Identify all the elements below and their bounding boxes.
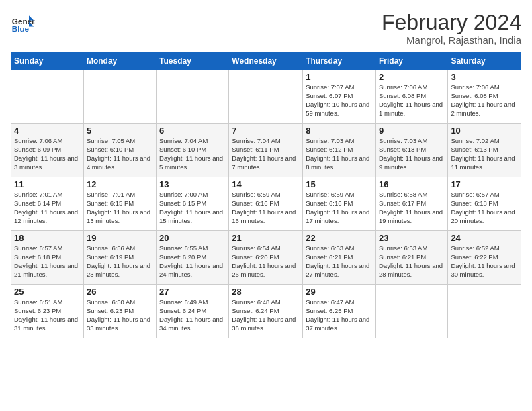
day-info: Sunrise: 6:59 AM Sunset: 6:16 PM Dayligh…	[232, 191, 300, 225]
day-info: Sunrise: 6:52 AM Sunset: 6:22 PM Dayligh…	[451, 244, 518, 279]
day-cell: 27Sunrise: 6:49 AM Sunset: 6:24 PM Dayli…	[157, 285, 229, 338]
day-number: 9	[379, 126, 445, 136]
day-number: 1	[306, 72, 373, 82]
subtitle: Mangrol, Rajasthan, India	[382, 34, 521, 46]
day-number: 21	[232, 233, 300, 243]
page: General Blue February 2024 Mangrol, Raja…	[0, 0, 532, 344]
day-info: Sunrise: 6:59 AM Sunset: 6:16 PM Dayligh…	[306, 191, 373, 225]
day-cell: 16Sunrise: 6:58 AM Sunset: 6:17 PM Dayli…	[375, 177, 447, 231]
day-cell: 8Sunrise: 7:03 AM Sunset: 6:12 PM Daylig…	[303, 124, 376, 177]
day-info: Sunrise: 6:56 AM Sunset: 6:19 PM Dayligh…	[87, 244, 153, 279]
day-cell: 10Sunrise: 7:02 AM Sunset: 6:13 PM Dayli…	[448, 124, 521, 177]
day-info: Sunrise: 7:03 AM Sunset: 6:13 PM Dayligh…	[379, 137, 445, 171]
day-info: Sunrise: 6:57 AM Sunset: 6:18 PM Dayligh…	[14, 244, 81, 279]
header: General Blue February 2024 Mangrol, Raja…	[11, 11, 521, 46]
day-info: Sunrise: 7:06 AM Sunset: 6:09 PM Dayligh…	[14, 137, 81, 171]
day-info: Sunrise: 7:00 AM Sunset: 6:15 PM Dayligh…	[159, 191, 226, 225]
col-sunday: Sunday	[11, 53, 84, 70]
day-number: 19	[87, 233, 153, 243]
day-info: Sunrise: 7:05 AM Sunset: 6:10 PM Dayligh…	[87, 137, 153, 171]
day-info: Sunrise: 7:04 AM Sunset: 6:11 PM Dayligh…	[232, 137, 300, 171]
day-cell: 17Sunrise: 6:57 AM Sunset: 6:18 PM Dayli…	[448, 177, 521, 231]
day-cell	[375, 285, 447, 338]
day-info: Sunrise: 7:01 AM Sunset: 6:14 PM Dayligh…	[14, 191, 81, 225]
calendar-table: Sunday Monday Tuesday Wednesday Thursday…	[11, 52, 521, 338]
week-row-1: 4Sunrise: 7:06 AM Sunset: 6:09 PM Daylig…	[11, 124, 521, 177]
day-number: 11	[14, 179, 81, 189]
main-title: February 2024	[382, 11, 521, 34]
day-cell: 24Sunrise: 6:52 AM Sunset: 6:22 PM Dayli…	[448, 231, 521, 285]
day-info: Sunrise: 6:53 AM Sunset: 6:21 PM Dayligh…	[306, 244, 373, 279]
day-cell: 5Sunrise: 7:05 AM Sunset: 6:10 PM Daylig…	[83, 124, 156, 177]
day-number: 10	[451, 126, 518, 136]
day-cell: 11Sunrise: 7:01 AM Sunset: 6:14 PM Dayli…	[11, 177, 84, 231]
day-number: 12	[87, 179, 153, 189]
day-cell	[448, 285, 521, 338]
day-info: Sunrise: 6:49 AM Sunset: 6:24 PM Dayligh…	[159, 298, 226, 332]
day-cell: 25Sunrise: 6:51 AM Sunset: 6:23 PM Dayli…	[11, 285, 84, 338]
day-number: 18	[14, 233, 81, 243]
week-row-2: 11Sunrise: 7:01 AM Sunset: 6:14 PM Dayli…	[11, 177, 521, 231]
day-info: Sunrise: 7:06 AM Sunset: 6:08 PM Dayligh…	[379, 83, 445, 118]
week-row-3: 18Sunrise: 6:57 AM Sunset: 6:18 PM Dayli…	[11, 231, 521, 285]
day-info: Sunrise: 7:01 AM Sunset: 6:15 PM Dayligh…	[87, 191, 153, 225]
day-info: Sunrise: 6:57 AM Sunset: 6:18 PM Dayligh…	[451, 191, 518, 225]
day-cell: 3Sunrise: 7:06 AM Sunset: 6:08 PM Daylig…	[448, 70, 521, 124]
day-number: 23	[379, 233, 445, 243]
day-info: Sunrise: 7:02 AM Sunset: 6:13 PM Dayligh…	[451, 137, 518, 171]
day-cell: 28Sunrise: 6:48 AM Sunset: 6:24 PM Dayli…	[229, 285, 303, 338]
day-number: 24	[451, 233, 518, 243]
day-cell: 22Sunrise: 6:53 AM Sunset: 6:21 PM Dayli…	[303, 231, 376, 285]
day-cell: 15Sunrise: 6:59 AM Sunset: 6:16 PM Dayli…	[303, 177, 376, 231]
day-info: Sunrise: 6:54 AM Sunset: 6:20 PM Dayligh…	[232, 244, 300, 279]
day-cell: 20Sunrise: 6:55 AM Sunset: 6:20 PM Dayli…	[157, 231, 229, 285]
col-friday: Friday	[375, 53, 447, 70]
day-number: 17	[451, 179, 518, 189]
day-info: Sunrise: 7:04 AM Sunset: 6:10 PM Dayligh…	[159, 137, 226, 171]
day-cell: 23Sunrise: 6:53 AM Sunset: 6:21 PM Dayli…	[375, 231, 447, 285]
day-number: 5	[87, 126, 153, 136]
day-number: 27	[159, 287, 226, 297]
day-number: 6	[159, 126, 226, 136]
week-row-0: 1Sunrise: 7:07 AM Sunset: 6:07 PM Daylig…	[11, 70, 521, 124]
logo-icon: General Blue	[11, 11, 35, 35]
day-cell: 4Sunrise: 7:06 AM Sunset: 6:09 PM Daylig…	[11, 124, 84, 177]
col-wednesday: Wednesday	[229, 53, 303, 70]
day-number: 2	[379, 72, 445, 82]
day-cell: 18Sunrise: 6:57 AM Sunset: 6:18 PM Dayli…	[11, 231, 84, 285]
day-info: Sunrise: 6:51 AM Sunset: 6:23 PM Dayligh…	[14, 298, 81, 332]
day-cell	[157, 70, 229, 124]
day-number: 8	[306, 126, 373, 136]
col-saturday: Saturday	[448, 53, 521, 70]
day-cell: 14Sunrise: 6:59 AM Sunset: 6:16 PM Dayli…	[229, 177, 303, 231]
day-info: Sunrise: 6:48 AM Sunset: 6:24 PM Dayligh…	[232, 298, 300, 332]
day-cell: 7Sunrise: 7:04 AM Sunset: 6:11 PM Daylig…	[229, 124, 303, 177]
day-info: Sunrise: 6:53 AM Sunset: 6:21 PM Dayligh…	[379, 244, 445, 279]
day-cell: 2Sunrise: 7:06 AM Sunset: 6:08 PM Daylig…	[375, 70, 447, 124]
col-tuesday: Tuesday	[157, 53, 229, 70]
day-number: 29	[306, 287, 373, 297]
day-info: Sunrise: 7:03 AM Sunset: 6:12 PM Dayligh…	[306, 137, 373, 171]
day-cell: 6Sunrise: 7:04 AM Sunset: 6:10 PM Daylig…	[157, 124, 229, 177]
day-info: Sunrise: 6:55 AM Sunset: 6:20 PM Dayligh…	[159, 244, 226, 279]
day-cell	[11, 70, 84, 124]
day-info: Sunrise: 6:58 AM Sunset: 6:17 PM Dayligh…	[379, 191, 445, 225]
day-number: 20	[159, 233, 226, 243]
svg-text:Blue: Blue	[12, 24, 30, 33]
day-number: 22	[306, 233, 373, 243]
day-cell	[83, 70, 156, 124]
header-row: Sunday Monday Tuesday Wednesday Thursday…	[11, 53, 521, 70]
day-number: 14	[232, 179, 300, 189]
day-cell: 29Sunrise: 6:47 AM Sunset: 6:25 PM Dayli…	[303, 285, 376, 338]
day-info: Sunrise: 6:50 AM Sunset: 6:23 PM Dayligh…	[87, 298, 153, 332]
day-number: 25	[14, 287, 81, 297]
day-cell: 19Sunrise: 6:56 AM Sunset: 6:19 PM Dayli…	[83, 231, 156, 285]
day-number: 26	[87, 287, 153, 297]
day-info: Sunrise: 7:07 AM Sunset: 6:07 PM Dayligh…	[306, 83, 373, 118]
day-cell: 9Sunrise: 7:03 AM Sunset: 6:13 PM Daylig…	[375, 124, 447, 177]
day-cell: 13Sunrise: 7:00 AM Sunset: 6:15 PM Dayli…	[157, 177, 229, 231]
day-number: 13	[159, 179, 226, 189]
day-cell: 12Sunrise: 7:01 AM Sunset: 6:15 PM Dayli…	[83, 177, 156, 231]
logo: General Blue	[11, 11, 35, 35]
day-number: 16	[379, 179, 445, 189]
